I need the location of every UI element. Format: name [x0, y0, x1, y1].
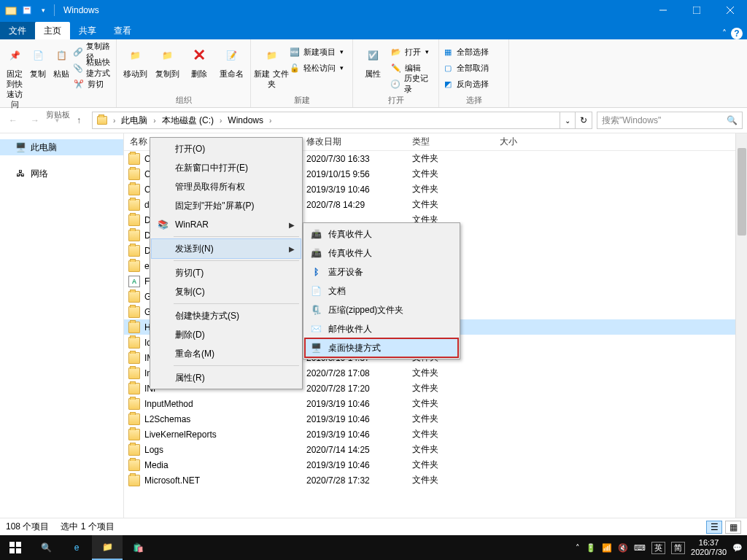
- help-icon[interactable]: ?: [731, 28, 743, 39]
- ctx-delete[interactable]: 删除(D): [152, 325, 301, 344]
- refresh-icon[interactable]: ↻: [575, 112, 592, 128]
- vertical-scrollbar[interactable]: [735, 133, 747, 518]
- table-row[interactable]: InputMethod2019/3/19 10:46文件夹: [124, 396, 747, 411]
- select-all-button[interactable]: ▦全部选择: [442, 44, 489, 60]
- moveto-button[interactable]: 📁移动到: [120, 41, 152, 95]
- explorer-button[interactable]: 📁: [92, 535, 123, 560]
- search-icon: 🔍: [727, 115, 738, 125]
- address-bar-row: ← → ▾ ↑ › 此电脑 › 本地磁盘 (C:) › Windows › ⌄ …: [0, 108, 747, 133]
- easy-access-button[interactable]: 🔓轻松访问▾: [289, 60, 344, 76]
- ctx-rename[interactable]: 重命名(M): [152, 344, 301, 363]
- up-button[interactable]: ↑: [70, 112, 88, 129]
- ctx-create-shortcut[interactable]: 创建快捷方式(S): [152, 306, 301, 325]
- recent-button[interactable]: ▾: [48, 112, 66, 129]
- table-row[interactable]: L2Schemas2019/3/19 10:46文件夹: [124, 411, 747, 427]
- svg-rect-9: [9, 548, 15, 553]
- ctx-properties[interactable]: 属性(R): [152, 368, 301, 387]
- table-row[interactable]: Logs2020/7/14 14:25文件夹: [124, 442, 747, 457]
- ctx-take-ownership[interactable]: 管理员取得所有权: [152, 177, 301, 196]
- invert-selection-button[interactable]: ◩反向选择: [442, 76, 489, 92]
- ime-lang[interactable]: 英: [651, 542, 665, 554]
- breadcrumb[interactable]: › 此电脑 › 本地磁盘 (C:) › Windows › ⌄ ↻: [92, 112, 592, 129]
- maximize-button[interactable]: [680, 0, 713, 20]
- select-none-button[interactable]: ▢全部取消: [442, 60, 489, 76]
- svg-rect-4: [693, 7, 700, 14]
- battery-icon[interactable]: 🔋: [586, 543, 596, 553]
- context-menu: 打开(O) 在新窗口中打开(E) 管理员取得所有权 固定到"开始"屏幕(P) 📚…: [150, 137, 303, 389]
- clock[interactable]: 16:372020/7/30: [691, 538, 727, 557]
- new-item-button[interactable]: 🆕新建项目▾: [289, 44, 344, 60]
- forward-button[interactable]: →: [26, 112, 44, 129]
- ctx-winrar[interactable]: 📚WinRAR▶: [152, 215, 301, 234]
- close-button[interactable]: [713, 0, 747, 20]
- view-large-icons-button[interactable]: ▦: [725, 521, 741, 534]
- taskbar: 🔍 e 📁 🛍️ ˄ 🔋 📶 🔇 ⌨ 英 简 16:372020/7/30 💬: [0, 535, 747, 560]
- table-row[interactable]: Media2019/3/19 10:46文件夹: [124, 457, 747, 472]
- svg-rect-8: [16, 542, 21, 547]
- action-center-icon[interactable]: 💬: [732, 543, 743, 553]
- view-details-button[interactable]: ☰: [706, 521, 722, 534]
- collapse-ribbon-icon[interactable]: ˄: [722, 28, 727, 39]
- pin-quickaccess-button[interactable]: 📌固定到快 速访问: [3, 41, 26, 109]
- folder-icon: [3, 2, 19, 18]
- new-folder-button[interactable]: 📁新建 文件夹: [254, 41, 289, 95]
- address-dropdown-icon[interactable]: ⌄: [560, 112, 575, 128]
- ctx-cut[interactable]: 剪切(T): [152, 263, 301, 282]
- group-organize-label: 组织: [120, 95, 247, 107]
- table-row[interactable]: LiveKernelReports2019/3/19 10:46文件夹: [124, 427, 747, 442]
- network-icon[interactable]: 📶: [602, 543, 612, 553]
- sub-bluetooth[interactable]: ᛒ蓝牙设备: [305, 262, 458, 281]
- history-button[interactable]: 🕘历史记录: [390, 76, 436, 92]
- window-title: Windows: [58, 5, 99, 15]
- nav-network[interactable]: 🖧网络: [0, 166, 123, 182]
- winrar-icon: 📚: [156, 218, 169, 231]
- paste-button[interactable]: 📋粘贴: [50, 41, 73, 109]
- tab-home[interactable]: 主页: [35, 22, 70, 39]
- ctx-open[interactable]: 打开(O): [152, 139, 301, 158]
- edge-button[interactable]: e: [61, 535, 92, 560]
- sub-documents[interactable]: 📄文档: [305, 281, 458, 300]
- zip-icon: 🗜️: [309, 303, 322, 316]
- tab-view[interactable]: 查看: [105, 22, 140, 39]
- cut-button[interactable]: ✂️剪切: [73, 76, 113, 92]
- store-button[interactable]: 🛍️: [123, 535, 153, 560]
- ctx-send-to[interactable]: 发送到(N)▶: [152, 239, 301, 258]
- sub-desktop-shortcut[interactable]: 🖥️桌面快捷方式: [305, 338, 458, 357]
- volume-icon[interactable]: 🔇: [618, 543, 628, 553]
- back-button[interactable]: ←: [4, 112, 22, 129]
- tab-share[interactable]: 共享: [70, 22, 105, 39]
- qat-properties-icon[interactable]: [19, 2, 35, 18]
- fax-icon: 📠: [309, 246, 322, 260]
- ime-mode[interactable]: 简: [671, 542, 685, 554]
- paste-shortcut-button[interactable]: 📎粘贴快捷方式: [73, 60, 113, 76]
- selection-count: 选中 1 个项目: [61, 521, 114, 533]
- sub-fax-1[interactable]: 📠传真收件人: [305, 225, 458, 244]
- ctx-copy[interactable]: 复制(C): [152, 282, 301, 301]
- navigation-pane: 🖥️此电脑 🖧网络: [0, 133, 124, 518]
- ctx-open-new-window[interactable]: 在新窗口中打开(E): [152, 158, 301, 177]
- open-button[interactable]: 📂打开▾: [390, 44, 436, 60]
- sendto-submenu: 📠传真收件人 📠传真收件人 ᛒ蓝牙设备 📄文档 🗜️压缩(zipped)文件夹 …: [303, 222, 460, 359]
- start-button[interactable]: [0, 535, 31, 560]
- group-select-label: 选择: [442, 95, 506, 107]
- rename-button[interactable]: 📝重命名: [215, 41, 247, 95]
- properties-button[interactable]: ☑️属性: [356, 41, 390, 95]
- keyboard-icon[interactable]: ⌨: [634, 543, 646, 553]
- ctx-pin-to-start[interactable]: 固定到"开始"屏幕(P): [152, 196, 301, 215]
- title-bar: ▾ Windows: [0, 0, 747, 20]
- copy-button[interactable]: 📄复制: [26, 41, 50, 109]
- sub-zip[interactable]: 🗜️压缩(zipped)文件夹: [305, 300, 458, 319]
- tab-file[interactable]: 文件: [0, 22, 35, 39]
- tray-expand-icon[interactable]: ˄: [576, 543, 580, 553]
- delete-button[interactable]: ✕删除: [184, 41, 216, 95]
- nav-this-pc[interactable]: 🖥️此电脑: [0, 139, 123, 155]
- qat-dropdown-icon[interactable]: ▾: [35, 2, 51, 18]
- copyto-button[interactable]: 📁复制到: [152, 41, 184, 95]
- search-input[interactable]: 搜索"Windows" 🔍: [597, 112, 743, 129]
- table-row[interactable]: Microsoft.NET2020/7/28 17:32文件夹: [124, 472, 747, 488]
- minimize-button[interactable]: [646, 0, 680, 20]
- sub-mail[interactable]: ✉️邮件收件人: [305, 319, 458, 338]
- svg-rect-1: [23, 7, 31, 14]
- sub-fax-2[interactable]: 📠传真收件人: [305, 244, 458, 262]
- search-button[interactable]: 🔍: [31, 535, 61, 560]
